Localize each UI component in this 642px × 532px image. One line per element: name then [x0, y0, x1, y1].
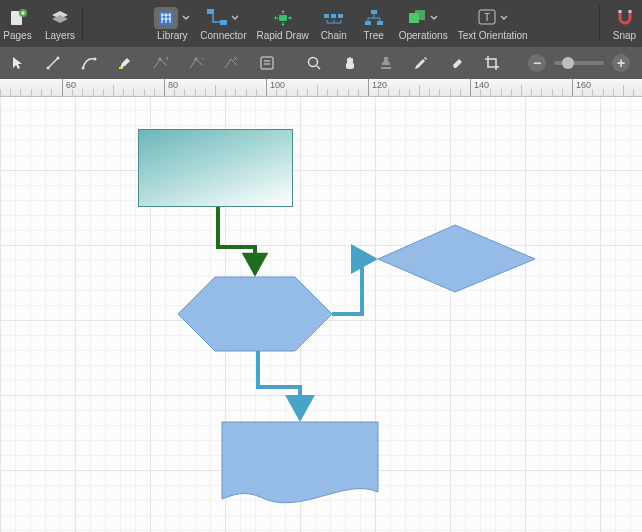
svg-rect-15 [338, 14, 343, 18]
library-label: Library [157, 30, 188, 41]
connector-icon [207, 9, 227, 27]
svg-rect-28 [628, 10, 631, 13]
tools-toolbar: + − − + [0, 47, 642, 79]
curve-tool[interactable] [77, 51, 101, 75]
tree-button[interactable]: Tree [354, 0, 394, 47]
chain-button[interactable]: Chain [314, 0, 354, 47]
zoom-in-button[interactable]: + [612, 54, 630, 72]
chevron-down-icon [500, 14, 508, 22]
toolbar-separator [82, 6, 83, 41]
eyedropper-tool[interactable] [409, 51, 433, 75]
text-orientation-icon: T [478, 9, 496, 27]
operations-button[interactable]: Operations [394, 0, 453, 47]
chevron-down-icon [182, 14, 190, 22]
canvas-overlay [0, 97, 642, 532]
svg-rect-13 [324, 14, 329, 18]
svg-point-35 [159, 58, 162, 61]
snap-label: Snap [613, 30, 636, 41]
stamp-tool[interactable] [374, 51, 398, 75]
tree-icon [364, 7, 384, 29]
toolbar-separator [599, 6, 600, 41]
zoom-out-button[interactable]: − [528, 54, 546, 72]
text-orientation-button[interactable]: T Text Orientation [453, 0, 533, 47]
connector-label: Connector [200, 30, 246, 41]
connector-teal-down[interactable] [258, 351, 300, 419]
edit-point-add-tool[interactable]: + [148, 51, 172, 75]
svg-rect-27 [618, 10, 621, 13]
svg-rect-24 [415, 10, 425, 20]
chevron-down-icon [231, 14, 239, 22]
crop-tool[interactable] [481, 51, 505, 75]
svg-rect-11 [220, 20, 227, 25]
zoom-slider[interactable] [554, 61, 604, 65]
operations-label: Operations [399, 30, 448, 41]
operations-icon [408, 9, 426, 27]
pages-button[interactable]: Pages [0, 0, 40, 47]
library-icon [154, 7, 178, 29]
line-tool[interactable] [42, 51, 66, 75]
edit-point-remove-tool[interactable]: − [184, 51, 208, 75]
layers-button[interactable]: Layers [40, 0, 80, 47]
chevron-down-icon [430, 14, 438, 22]
text-orientation-label: Text Orientation [458, 30, 528, 41]
svg-rect-39 [261, 57, 273, 69]
library-button[interactable]: Library [149, 0, 195, 47]
snap-icon [616, 7, 634, 29]
pages-label: Pages [3, 30, 31, 41]
notes-tool[interactable] [255, 51, 279, 75]
chain-icon [324, 7, 344, 29]
drawing-canvas[interactable] [0, 97, 642, 532]
svg-line-29 [48, 58, 58, 68]
flowchart-preparation-shape[interactable] [178, 277, 332, 351]
flowchart-decision-shape[interactable] [378, 225, 535, 292]
rapid-draw-icon [272, 7, 294, 29]
zoom-tool[interactable] [303, 51, 327, 75]
highlighter-tool[interactable] [113, 51, 137, 75]
connector-green[interactable] [218, 207, 255, 274]
connector-teal-right[interactable] [332, 259, 375, 314]
svg-point-33 [93, 58, 96, 61]
connector-button[interactable]: Connector [195, 0, 251, 47]
layers-label: Layers [45, 30, 75, 41]
chain-label: Chain [321, 30, 347, 41]
flowchart-document-shape[interactable] [222, 422, 378, 503]
svg-text:T: T [484, 12, 490, 23]
snap-button[interactable]: Snap [602, 0, 642, 47]
svg-rect-12 [279, 15, 287, 21]
svg-point-31 [57, 57, 60, 60]
horizontal-ruler: 6080100120140160 [0, 79, 642, 97]
pages-icon [8, 7, 28, 29]
svg-rect-21 [365, 21, 371, 25]
layers-icon [50, 7, 70, 29]
svg-point-37 [194, 58, 197, 61]
rapid-draw-label: Rapid Draw [256, 30, 308, 41]
svg-point-30 [47, 67, 50, 70]
svg-text:+: + [165, 55, 168, 63]
rapid-draw-button[interactable]: Rapid Draw [251, 0, 313, 47]
svg-point-42 [309, 58, 318, 67]
svg-rect-14 [331, 14, 336, 18]
svg-point-32 [81, 67, 84, 70]
zoom-control: − + [528, 54, 636, 72]
edit-point-convert-tool[interactable] [219, 51, 243, 75]
main-toolbar: Pages Layers Library Connector Rapi [0, 0, 642, 47]
pointer-tool[interactable] [6, 51, 30, 75]
eraser-tool[interactable] [445, 51, 469, 75]
svg-rect-34 [119, 67, 123, 69]
tree-label: Tree [364, 30, 384, 41]
svg-text:−: − [201, 55, 204, 63]
flowchart-process-shape[interactable] [138, 129, 293, 207]
svg-rect-20 [371, 10, 377, 14]
pan-tool[interactable] [338, 51, 362, 75]
svg-line-43 [317, 66, 320, 69]
svg-rect-22 [377, 21, 383, 25]
